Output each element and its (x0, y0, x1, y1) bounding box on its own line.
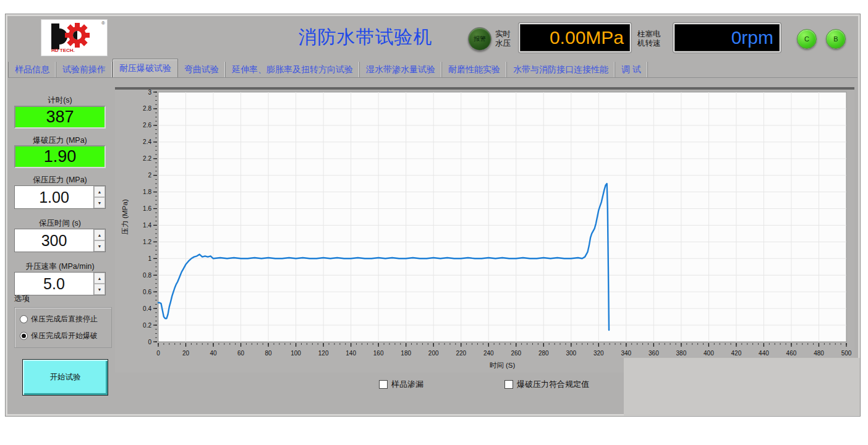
svg-text:2: 2 (148, 172, 151, 179)
svg-text:380: 380 (676, 350, 687, 357)
svg-text:360: 360 (649, 350, 659, 357)
svg-text:100: 100 (291, 350, 301, 357)
svg-text:0.6: 0.6 (143, 289, 151, 295)
burst-pressure-compliant-checkbox-row[interactable]: 爆破压力符合规定值 (504, 379, 589, 390)
svg-text:200: 200 (428, 350, 439, 357)
svg-text:220: 220 (456, 350, 466, 357)
tab-hose-coupling-connection-test[interactable]: 水带与消防接口连接性能 (507, 62, 615, 77)
chart-top-edge (115, 87, 854, 90)
radio-stop-after-hold[interactable]: 保压完成后直接停止 (20, 314, 98, 324)
hold-time-stepper: ▲ ▼ (93, 229, 105, 252)
svg-text:2.6: 2.6 (143, 122, 151, 129)
water-pressure-display: 0.00MPa (519, 23, 631, 53)
stepper-up-icon[interactable]: ▲ (94, 273, 105, 284)
svg-text:460: 460 (786, 350, 797, 357)
tab-pressure-burst-test[interactable]: 耐压爆破试验 (113, 59, 178, 77)
tab-elongation-expansion-twist-test[interactable]: 延伸率、膨胀率及扭转方向试验 (226, 62, 360, 77)
hold-pressure-stepper: ▲ ▼ (93, 186, 105, 208)
svg-text:420: 420 (731, 350, 742, 357)
registered-mark: ® (101, 20, 105, 26)
gear-logo-icon: HD TECH. (41, 20, 106, 54)
timer-label: 计时(s) (14, 95, 106, 106)
company-logo: HD TECH. ® (41, 19, 108, 56)
svg-text:0.2: 0.2 (143, 322, 151, 329)
svg-text:320: 320 (594, 350, 604, 357)
svg-text:1.4: 1.4 (143, 222, 151, 229)
svg-text:压力 (MPa): 压力 (MPa) (121, 199, 129, 235)
svg-text:1: 1 (148, 255, 151, 262)
svg-text:时间 (S): 时间 (S) (490, 362, 516, 369)
svg-text:3: 3 (148, 89, 151, 96)
svg-text:260: 260 (511, 350, 521, 357)
checkbox-label: 样品渗漏 (391, 379, 423, 390)
hold-time-label: 保压时间 (s) (14, 218, 106, 229)
motor-speed-label: 柱塞电 机转速 (637, 30, 661, 48)
checkbox-icon[interactable] (504, 380, 513, 389)
hold-time-input[interactable] (15, 229, 93, 252)
ramp-rate-stepper: ▲ ▼ (93, 273, 105, 295)
svg-text:2.8: 2.8 (143, 105, 151, 112)
svg-text:0: 0 (156, 350, 160, 357)
bottom-right-panel (624, 358, 860, 415)
c-button[interactable]: C (797, 29, 817, 49)
svg-text:440: 440 (759, 350, 769, 357)
pressure-time-plot: 00.20.40.60.811.21.41.61.822.22.42.62.83… (115, 87, 854, 373)
radio-icon[interactable] (20, 315, 28, 323)
svg-text:140: 140 (346, 350, 356, 357)
radio-label: 保压完成后开始爆破 (31, 331, 98, 341)
b-button[interactable]: B (826, 29, 846, 49)
svg-text:0.8: 0.8 (143, 272, 151, 279)
svg-text:2.2: 2.2 (143, 155, 151, 162)
burst-pressure-label: 爆破压力 (MPa) (14, 135, 106, 146)
hold-pressure-label: 保压压力 (MPa) (14, 175, 106, 185)
svg-text:60: 60 (237, 350, 245, 357)
motor-speed-display: 0rpm (673, 23, 781, 53)
stepper-up-icon[interactable]: ▲ (94, 186, 105, 197)
tab-debug[interactable]: 调 试 (615, 62, 648, 77)
svg-text:500: 500 (841, 350, 852, 357)
water-pressure-label: 实时 水压 (495, 30, 511, 48)
svg-text:120: 120 (318, 350, 329, 357)
tab-abrasion-test[interactable]: 耐磨性能实验 (442, 62, 507, 77)
checkbox-icon[interactable] (379, 380, 388, 389)
svg-text:400: 400 (704, 350, 714, 357)
radio-label: 保压完成后直接停止 (31, 314, 98, 324)
hold-time-field: ▲ ▼ (14, 229, 106, 252)
svg-text:0.4: 0.4 (143, 305, 151, 312)
ramp-rate-label: 升压速率 (MPa/min) (14, 261, 106, 272)
logo-text: HD TECH. (51, 48, 75, 53)
stepper-down-icon[interactable]: ▼ (94, 240, 105, 252)
svg-text:340: 340 (621, 350, 631, 357)
burst-pressure-display: 1.90 (14, 145, 106, 168)
checkbox-label: 爆破压力符合规定值 (517, 379, 589, 390)
svg-text:480: 480 (814, 350, 824, 357)
stepper-down-icon[interactable]: ▼ (94, 197, 105, 208)
page-title: 消防水带试验机 (248, 25, 483, 50)
radio-burst-after-hold[interactable]: 保压完成后开始爆破 (20, 331, 98, 341)
svg-text:180: 180 (401, 350, 411, 357)
sample-leak-checkbox-row[interactable]: 样品渗漏 (379, 379, 423, 390)
tab-bending-test[interactable]: 弯曲试验 (178, 62, 226, 77)
stepper-up-icon[interactable]: ▲ (94, 229, 105, 240)
tab-wet-hose-seepage-test[interactable]: 湿水带渗水量试验 (360, 62, 442, 77)
options-groupbox: 保压完成后直接停止 保压完成后开始爆破 (14, 307, 112, 348)
hold-pressure-input[interactable] (15, 186, 93, 208)
ramp-rate-input[interactable] (15, 273, 93, 295)
start-test-button[interactable]: 开始试验 (22, 359, 108, 396)
svg-text:2.4: 2.4 (143, 138, 151, 145)
radio-icon[interactable] (20, 332, 28, 340)
svg-text:0: 0 (148, 339, 151, 345)
tab-sample-info[interactable]: 样品信息 (8, 62, 56, 77)
svg-text:1.6: 1.6 (143, 205, 151, 212)
svg-text:160: 160 (373, 350, 384, 357)
tab-pre-test-operation[interactable]: 试验前操作 (56, 62, 113, 77)
svg-text:20: 20 (182, 350, 190, 357)
svg-text:1.8: 1.8 (143, 189, 151, 195)
svg-text:240: 240 (483, 350, 494, 357)
options-label: 选项 (14, 294, 106, 304)
hold-pressure-field: ▲ ▼ (14, 185, 106, 209)
svg-text:300: 300 (566, 350, 576, 357)
svg-text:40: 40 (210, 350, 217, 357)
svg-text:80: 80 (265, 350, 273, 357)
pressure-time-chart: 00.20.40.60.811.21.41.61.822.22.42.62.83… (115, 87, 854, 373)
